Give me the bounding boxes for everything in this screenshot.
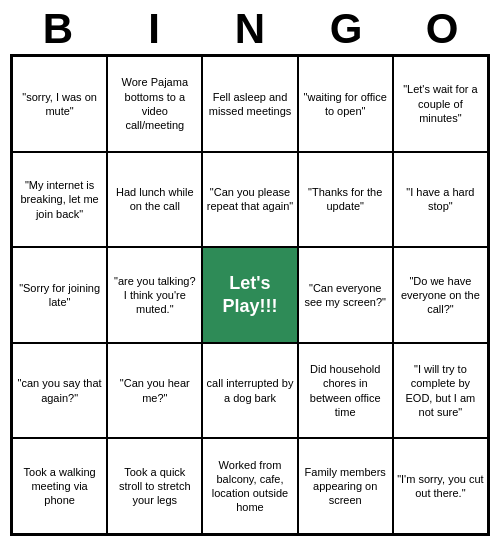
bingo-header: BINGO [10,0,490,54]
bingo-cell-r2c1[interactable]: "My internet is breaking, let me join ba… [12,152,107,248]
bingo-cell-r3c1[interactable]: "Sorry for joining late" [12,247,107,343]
bingo-cell-r4c5[interactable]: "I will try to complete by EOD, but I am… [393,343,488,439]
bingo-cell-r5c2[interactable]: Took a quick stroll to stretch your legs [107,438,202,534]
bingo-cell-r3c2[interactable]: "are you talking? I think you're muted." [107,247,202,343]
bingo-cell-r4c1[interactable]: "can you say that again?" [12,343,107,439]
bingo-cell-r5c3[interactable]: Worked from balcony, cafe, location outs… [202,438,297,534]
bingo-cell-r1c4[interactable]: "waiting for office to open" [298,56,393,152]
bingo-letter-n: N [210,8,290,50]
bingo-cell-r5c5[interactable]: "I'm sorry, you cut out there." [393,438,488,534]
bingo-cell-r1c1[interactable]: "sorry, I was on mute" [12,56,107,152]
bingo-cell-r3c3[interactable]: Let's Play!!! [202,247,297,343]
bingo-cell-r2c3[interactable]: "Can you please repeat that again" [202,152,297,248]
bingo-letter-g: G [306,8,386,50]
bingo-cell-r2c4[interactable]: "Thanks for the update" [298,152,393,248]
bingo-cell-r3c4[interactable]: "Can everyone see my screen?" [298,247,393,343]
bingo-letter-i: I [114,8,194,50]
bingo-cell-r1c3[interactable]: Fell asleep and missed meetings [202,56,297,152]
bingo-cell-r3c5[interactable]: "Do we have everyone on the call?" [393,247,488,343]
bingo-cell-r1c5[interactable]: "Let's wait for a couple of minutes" [393,56,488,152]
bingo-grid: "sorry, I was on mute"Wore Pajama bottom… [10,54,490,536]
bingo-letter-b: B [18,8,98,50]
bingo-cell-r4c4[interactable]: Did household chores in between office t… [298,343,393,439]
bingo-letter-o: O [402,8,482,50]
bingo-cell-r2c5[interactable]: "I have a hard stop" [393,152,488,248]
bingo-cell-r1c2[interactable]: Wore Pajama bottoms to a video call/meet… [107,56,202,152]
bingo-cell-r4c3[interactable]: call interrupted by a dog bark [202,343,297,439]
bingo-cell-r4c2[interactable]: "Can you hear me?" [107,343,202,439]
bingo-cell-r5c4[interactable]: Family members appearing on screen [298,438,393,534]
bingo-cell-r5c1[interactable]: Took a walking meeting via phone [12,438,107,534]
bingo-cell-r2c2[interactable]: Had lunch while on the call [107,152,202,248]
